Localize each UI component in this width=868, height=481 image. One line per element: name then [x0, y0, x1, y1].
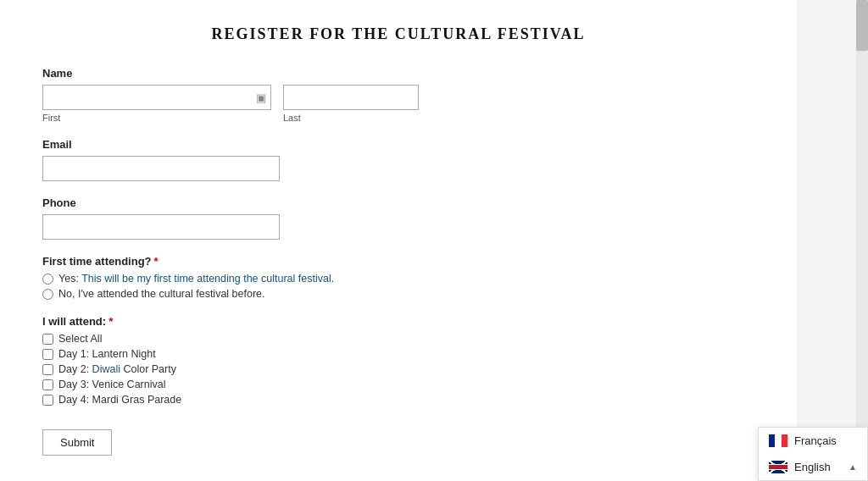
first-sublabel: First: [42, 113, 271, 123]
phone-section: Phone: [42, 196, 754, 240]
checkbox-day1-label[interactable]: Day 1: Lantern Night: [58, 348, 156, 360]
radio-group: Yes: This will be my first time attendin…: [42, 273, 754, 300]
scrollbar-thumb[interactable]: [856, 0, 868, 51]
flag-uk-icon: [769, 461, 787, 473]
first-name-wrapper: ▣: [42, 85, 271, 110]
email-section: Email: [42, 138, 754, 181]
checkbox-select-all[interactable]: [42, 334, 53, 345]
phone-input[interactable]: [42, 214, 280, 240]
checkbox-all-label[interactable]: Select All: [58, 333, 102, 345]
attend-label: I will attend:*: [42, 315, 754, 328]
phone-label: Phone: [42, 196, 754, 209]
checkbox-item-day4: Day 4: Mardi Gras Parade: [42, 394, 754, 406]
last-name-col: Last: [283, 85, 419, 123]
name-label: Name: [42, 67, 754, 80]
checkbox-day2[interactable]: [42, 364, 53, 375]
chevron-up-icon: ▲: [849, 462, 857, 472]
name-section: Name ▣ First Last: [42, 67, 754, 123]
radio-no[interactable]: [42, 289, 53, 300]
first-name-col: ▣ First: [42, 85, 271, 123]
lang-en-label: English: [794, 461, 831, 473]
checkbox-item-all: Select All: [42, 333, 754, 345]
checkbox-item-day3: Day 3: Venice Carnival: [42, 379, 754, 390]
radio-item-yes: Yes: This will be my first time attendin…: [42, 273, 754, 285]
main-content: Register for the Cultural Festival Name …: [0, 0, 797, 481]
attend-section: I will attend:* Select All Day 1: Lanter…: [42, 315, 754, 406]
lang-item-en[interactable]: English ▲: [759, 454, 867, 480]
flag-fr-icon: [769, 434, 787, 447]
first-time-label: First time attending?*: [42, 255, 754, 268]
page-title: Register for the Cultural Festival: [42, 25, 754, 43]
first-time-section: First time attending?* Yes: This will be…: [42, 255, 754, 300]
lang-item-fr[interactable]: Français: [759, 428, 867, 454]
lang-fr-label: Français: [794, 434, 837, 447]
checkbox-day2-label[interactable]: Day 2: Diwali Color Party: [58, 363, 176, 375]
required-star-2: *: [108, 315, 113, 328]
email-label: Email: [42, 138, 754, 151]
first-name-input[interactable]: [42, 85, 271, 110]
checkbox-day1[interactable]: [42, 349, 53, 360]
checkbox-item-day1: Day 1: Lantern Night: [42, 348, 754, 360]
checkbox-day4-label[interactable]: Day 4: Mardi Gras Parade: [58, 394, 181, 406]
checkbox-day3[interactable]: [42, 379, 53, 390]
radio-yes[interactable]: [42, 274, 53, 285]
radio-item-no: No, I've attended the cultural festival …: [42, 288, 754, 300]
checkbox-day4[interactable]: [42, 395, 53, 406]
checkbox-item-day2: Day 2: Diwali Color Party: [42, 363, 754, 375]
radio-yes-label[interactable]: Yes: This will be my first time attendin…: [58, 273, 334, 285]
language-switcher: Français English ▲: [758, 427, 868, 481]
last-name-input[interactable]: [283, 85, 419, 110]
email-input[interactable]: [42, 156, 280, 181]
last-sublabel: Last: [283, 113, 419, 123]
name-row: ▣ First Last: [42, 85, 754, 123]
required-star-1: *: [154, 255, 159, 268]
checkbox-day3-label[interactable]: Day 3: Venice Carnival: [58, 379, 165, 390]
submit-button[interactable]: Submit: [42, 429, 112, 456]
radio-no-label[interactable]: No, I've attended the cultural festival …: [58, 288, 265, 300]
scrollbar-track: [856, 0, 868, 481]
checkbox-group: Select All Day 1: Lantern Night Day 2: D…: [42, 333, 754, 406]
